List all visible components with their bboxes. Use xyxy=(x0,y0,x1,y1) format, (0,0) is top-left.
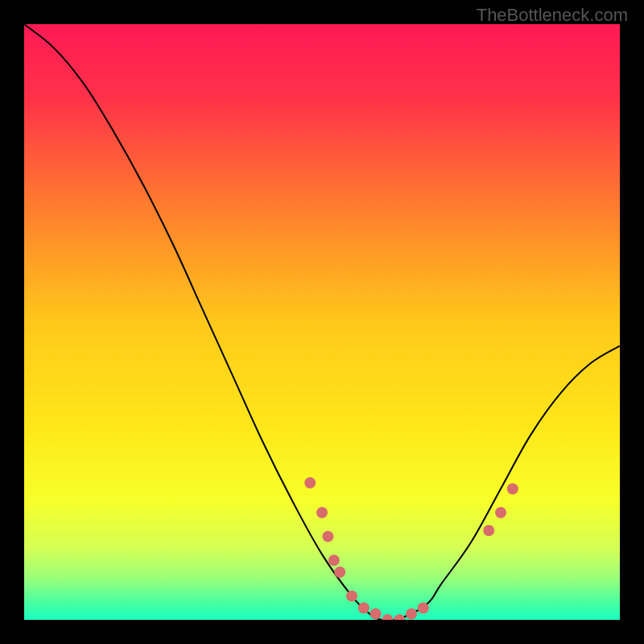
data-point xyxy=(346,590,357,601)
data-point xyxy=(495,507,506,518)
data-point xyxy=(304,477,316,489)
plot-area xyxy=(24,24,620,620)
data-point xyxy=(370,609,382,620)
watermark-text: TheBottleneck.com xyxy=(477,5,628,26)
data-point xyxy=(334,567,345,578)
data-point xyxy=(406,609,417,620)
data-point xyxy=(507,483,518,494)
data-point xyxy=(483,525,494,536)
data-point xyxy=(418,602,429,613)
data-point xyxy=(394,614,405,620)
chart-container: TheBottleneck.com xyxy=(0,0,644,644)
data-point xyxy=(328,555,340,566)
bottleneck-curve xyxy=(24,24,620,620)
data-point xyxy=(358,602,369,613)
curve-layer xyxy=(24,24,620,620)
data-point xyxy=(322,530,333,542)
data-point xyxy=(382,614,393,620)
data-points xyxy=(304,477,518,620)
data-point xyxy=(316,507,328,518)
